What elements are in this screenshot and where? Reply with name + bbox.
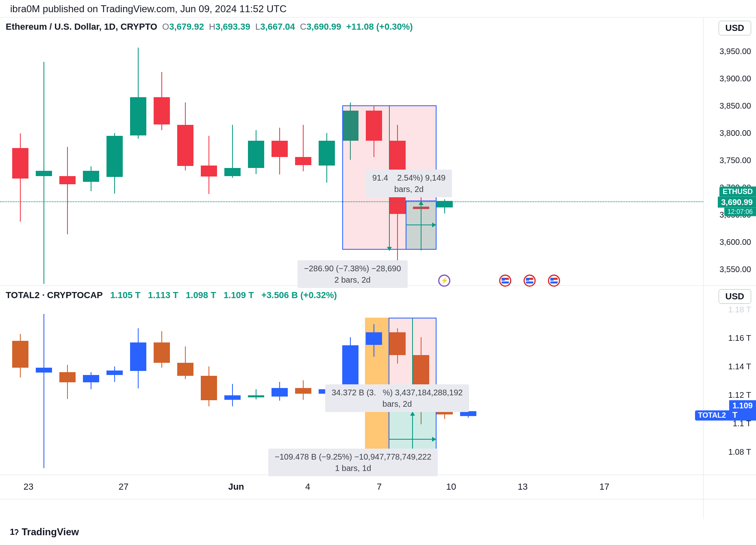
chart-canvas-top[interactable]: 91.4 2.54%) 9,149 bars, 2d −286.90 (−7.3… <box>0 36 703 286</box>
axis-unit-button[interactable]: USD <box>719 289 751 304</box>
measure-label-top-bot: 34.372 B (3. %) 3,437,184,288,192 bars, … <box>325 384 469 412</box>
event-flag-icon[interactable] <box>499 275 511 287</box>
axis-settings[interactable] <box>704 475 756 499</box>
price-tag-total2: TOTAL2 1.109 T <box>695 400 756 421</box>
tradingview-logo-icon: 1ॽ <box>10 527 18 537</box>
time-tick: 10 <box>446 482 456 492</box>
ytick: 3,750.00 <box>719 156 751 165</box>
time-tick: 13 <box>518 482 528 492</box>
ytick: 3,800.00 <box>719 129 751 138</box>
legend-ethusd: Ethereum / U.S. Dollar, 1D, CRYPTO O3,67… <box>6 22 413 32</box>
chart-pane-total2[interactable]: TOTAL2 · CRYPTOCAP 1.105 T 1.113 T 1.098… <box>0 286 703 475</box>
ytick: 1.12 T <box>728 390 751 400</box>
ytick: 3,950.00 <box>719 47 751 56</box>
chart-pane-ethusd[interactable]: Ethereum / U.S. Dollar, 1D, CRYPTO O3,67… <box>0 17 703 286</box>
publish-info: ibra0M published on TradingView.com, Jun… <box>0 0 756 17</box>
time-tick: 23 <box>24 482 33 492</box>
time-tick: 27 <box>119 482 128 492</box>
chart-canvas-bot[interactable]: 34.372 B (3. %) 3,437,184,288,192 bars, … <box>0 305 703 475</box>
current-price-line <box>0 201 703 202</box>
measure-label-bot: −286.90 (−7.38%) −28,690 2 bars, 2d <box>298 260 408 288</box>
legend-total2: TOTAL2 · CRYPTOCAP 1.105 T 1.113 T 1.098… <box>6 290 337 301</box>
ytick: 3,850.00 <box>719 101 751 111</box>
ytick: 3,600.00 <box>719 238 751 247</box>
time-tick: Jun <box>228 482 244 492</box>
time-tick: 17 <box>600 482 609 492</box>
time-tick: 4 <box>305 482 310 492</box>
event-flag-icon[interactable] <box>524 275 536 287</box>
price-tag-ethusd: ETHUSD 3,690.99 12:07:06 <box>718 187 756 216</box>
axis-unit-button[interactable]: USD <box>719 21 751 35</box>
ytick: 1.14 T <box>728 362 751 371</box>
ytick: 1.18 T <box>728 305 751 314</box>
measure-box-target[interactable] <box>406 201 437 250</box>
event-lightning-icon[interactable]: ⚡ <box>438 275 450 287</box>
brand-footer: 1ॽ TradingView <box>0 519 756 545</box>
measure-label-bot-bot: −109.478 B (−9.25%) −10,947,778,749,222 … <box>268 449 438 476</box>
ytick: 1.16 T <box>728 334 751 343</box>
event-flag-icon[interactable] <box>548 275 560 287</box>
ytick: 3,550.00 <box>719 265 751 274</box>
time-tick: 7 <box>377 482 382 492</box>
ytick: 1.08 T <box>728 447 751 457</box>
price-axis-bot[interactable]: USD 1.18 T 1.16 T 1.14 T 1.12 T 1.1 T 1.… <box>704 286 756 475</box>
ytick: 3,900.00 <box>719 74 751 83</box>
measure-label-top: 91.4 2.54%) 9,149 bars, 2d <box>366 170 452 197</box>
price-axis-top[interactable]: USD 3,950.00 3,900.00 3,850.00 3,800.00 … <box>704 17 756 286</box>
time-axis[interactable]: 2327Jun47101317 <box>0 475 703 499</box>
